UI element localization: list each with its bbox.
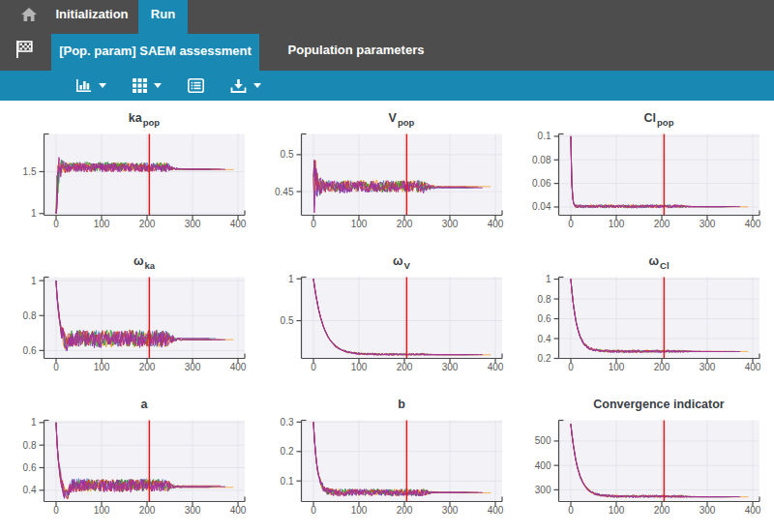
svg-text:0: 0 [311, 219, 316, 229]
svg-text:100: 100 [609, 362, 625, 372]
svg-text:0: 0 [53, 362, 59, 372]
svg-text:0: 0 [311, 505, 316, 516]
svg-text:300: 300 [442, 362, 459, 372]
chart-omega_ka: ωka0.60.810100200300400 [0, 244, 257, 387]
grid-layout-button[interactable] [133, 71, 162, 101]
svg-text:1: 1 [31, 208, 37, 219]
chart-title-V_pop: Vpop [257, 101, 515, 130]
tab-initialization[interactable]: Initialization [44, 0, 140, 29]
chart-title-omega_Cl: ωCl [515, 244, 772, 273]
svg-text:400: 400 [488, 219, 504, 229]
download-icon [230, 78, 247, 94]
svg-text:200: 200 [654, 362, 670, 372]
svg-text:100: 100 [351, 219, 368, 229]
svg-text:0.08: 0.08 [532, 155, 551, 165]
chart-title-ka_pop: kapop [0, 101, 257, 130]
svg-text:0.2: 0.2 [538, 353, 551, 364]
chart-canvas-omega_Cl: 0.20.40.60.810100200300400 [515, 273, 772, 387]
checkered-flag-icon [14, 39, 35, 60]
svg-text:0.8: 0.8 [538, 294, 551, 305]
svg-text:0: 0 [568, 505, 574, 516]
svg-text:400: 400 [535, 460, 551, 471]
chart-omega_V: ωV0.510100200300400 [257, 244, 515, 387]
svg-text:100: 100 [94, 362, 110, 372]
svg-text:300: 300 [700, 362, 716, 372]
svg-text:100: 100 [351, 505, 368, 516]
chart-V_pop: Vpop0.450.50100200300400 [257, 101, 515, 244]
chart-omega_Cl: ωCl0.20.40.60.810100200300400 [515, 244, 772, 387]
svg-text:400: 400 [488, 362, 504, 372]
chart-title-b: b [257, 387, 515, 416]
svg-text:1: 1 [288, 274, 294, 284]
svg-text:0.6: 0.6 [23, 462, 37, 473]
home-icon[interactable] [20, 6, 38, 23]
svg-text:100: 100 [94, 219, 110, 229]
chart-title-a: a [0, 387, 257, 416]
bar-chart-icon [75, 78, 92, 94]
svg-text:200: 200 [139, 219, 156, 229]
svg-text:200: 200 [397, 362, 413, 372]
chart-title-omega_V: ωV [257, 244, 515, 273]
svg-text:0.06: 0.06 [532, 178, 551, 189]
caret-down-icon [99, 83, 106, 88]
chart-Cl_pop: Clpop0.040.060.080.10100200300400 [515, 101, 772, 244]
settings-list-button[interactable] [188, 71, 204, 101]
svg-text:0.6: 0.6 [23, 345, 37, 356]
chart-title-Cl_pop: Clpop [515, 101, 772, 130]
svg-text:0.5: 0.5 [281, 315, 294, 326]
svg-text:1: 1 [546, 274, 551, 284]
svg-text:100: 100 [351, 362, 368, 372]
chart-toolbar [0, 71, 774, 101]
svg-text:1.5: 1.5 [23, 166, 37, 177]
chart-canvas-omega_V: 0.510100200300400 [257, 273, 515, 387]
svg-text:400: 400 [745, 219, 761, 229]
svg-text:200: 200 [397, 505, 413, 516]
svg-text:0: 0 [311, 362, 316, 372]
chart-ka_pop: kapop11.50100200300400 [0, 101, 257, 244]
app-header: Initialization Run [Pop. param] SAEM ass… [0, 0, 774, 101]
svg-text:200: 200 [654, 505, 670, 516]
svg-text:0.6: 0.6 [538, 313, 551, 324]
svg-text:300: 300 [185, 219, 201, 229]
chart-canvas-Cl_pop: 0.040.060.080.10100200300400 [515, 130, 772, 244]
svg-text:1: 1 [31, 276, 37, 286]
tab-population-parameters[interactable]: Population parameters [259, 29, 453, 71]
convergence-charts-grid: kapop11.50100200300400Vpop0.450.50100200… [0, 101, 774, 532]
download-button[interactable] [230, 71, 261, 101]
svg-text:400: 400 [745, 362, 761, 372]
svg-text:300: 300 [442, 505, 459, 516]
chart-canvas-omega_ka: 0.60.810100200300400 [0, 273, 257, 387]
chart-canvas-a: 0.40.60.810100200300400 [0, 416, 257, 530]
svg-text:100: 100 [94, 505, 110, 516]
svg-text:300: 300 [535, 485, 551, 495]
svg-text:300: 300 [700, 219, 716, 229]
svg-text:0.1: 0.1 [281, 476, 294, 487]
svg-text:100: 100 [609, 505, 625, 516]
chart-canvas-V_pop: 0.450.50100200300400 [257, 130, 515, 244]
settings-list-icon [188, 78, 204, 93]
svg-text:0.8: 0.8 [23, 310, 37, 321]
svg-text:400: 400 [230, 505, 247, 516]
svg-text:400: 400 [745, 505, 761, 516]
svg-text:300: 300 [185, 362, 201, 372]
svg-text:100: 100 [609, 219, 625, 229]
svg-text:200: 200 [397, 219, 413, 229]
chart-b: b0.10.20.30100200300400 [257, 387, 515, 530]
chart-title-convergence_indicator: Convergence indicator [515, 387, 772, 416]
svg-text:0: 0 [568, 219, 574, 229]
svg-text:0.5: 0.5 [281, 149, 294, 160]
svg-text:0.4: 0.4 [538, 334, 551, 344]
tab-saem-assessment[interactable]: [Pop. param] SAEM assessment [51, 34, 259, 71]
svg-text:0.8: 0.8 [23, 440, 37, 451]
svg-text:0.1: 0.1 [538, 131, 551, 141]
tab-run[interactable]: Run [138, 0, 188, 34]
svg-text:400: 400 [230, 362, 247, 372]
svg-text:200: 200 [139, 505, 156, 516]
svg-text:300: 300 [185, 505, 201, 516]
chart-canvas-ka_pop: 11.50100200300400 [0, 130, 257, 244]
chart-type-button[interactable] [75, 71, 106, 101]
svg-text:400: 400 [488, 505, 504, 516]
svg-text:0: 0 [53, 505, 59, 516]
app-window: Initialization Run [Pop. param] SAEM ass… [0, 0, 774, 532]
chart-convergence_indicator: Convergence indicator3004005000100200300… [515, 387, 772, 530]
